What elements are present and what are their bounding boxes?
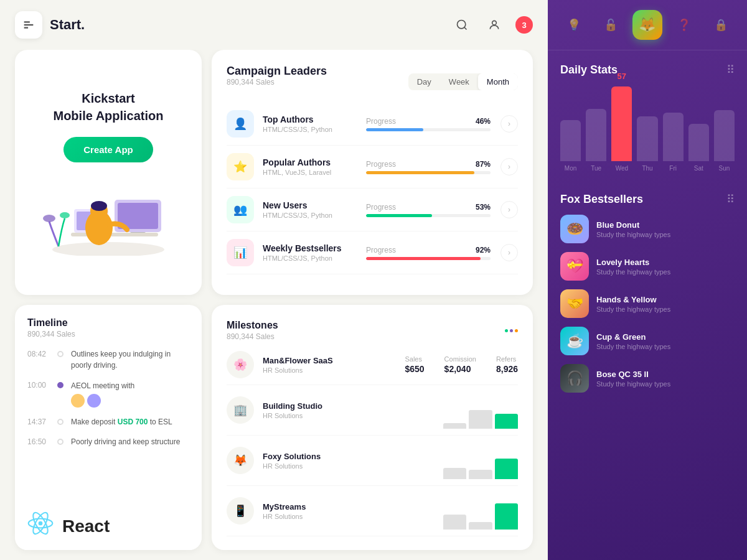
bs-name-1: Lovely Hearts — [596, 258, 735, 267]
leader-tags-3: HTML/CSS/JS, Python — [263, 254, 366, 262]
react-icon — [27, 510, 54, 543]
timeline-item-1: 08:42 Outlines keep you indulging in poo… — [27, 348, 189, 371]
illustration — [40, 175, 177, 256]
user-icon[interactable] — [483, 14, 505, 36]
search-icon[interactable] — [451, 14, 473, 36]
milestone-icon-1: 🏢 — [227, 396, 254, 424]
leader-row-0: 👤 Top Authors HTML/CSS/JS, Python Progre… — [227, 103, 518, 146]
svg-point-4 — [492, 21, 497, 25]
day-label-sun: Sun — [714, 165, 735, 172]
leader-name-3: Weekly Bestsellers — [263, 243, 366, 253]
bs-name-0: Blue Donut — [596, 220, 735, 230]
peak-label: 57 — [618, 72, 626, 81]
stat-bar-3[interactable] — [637, 116, 657, 161]
progress-section-3: Progress 92% — [366, 246, 491, 260]
bs-thumb-0: 🍩 — [560, 215, 589, 243]
bs-thumb-3: ☕ — [560, 327, 589, 355]
tab-week[interactable]: Week — [440, 73, 478, 90]
switcher-item-fox[interactable]: 🦊 — [632, 10, 662, 40]
notification-badge[interactable]: 3 — [515, 16, 533, 34]
timeline-card: Timeline 890,344 Sales 08:42 Outlines ke… — [15, 305, 202, 550]
milestone-sub-2: HR Solutions — [263, 462, 443, 470]
create-app-button[interactable]: Create App — [63, 137, 153, 162]
bs-thumb-2: 🤝 — [560, 289, 589, 318]
leader-chevron-1[interactable]: › — [500, 158, 518, 175]
milestone-sub-1: HR Solutions — [263, 412, 443, 419]
milestone-sub-3: HR Solutions — [263, 513, 443, 520]
bs-sub-0: Study the highway types — [596, 231, 735, 238]
bs-name-3: Cup & Green — [596, 332, 735, 342]
switcher-item-unlock[interactable]: 🔓 — [596, 10, 626, 40]
bestsellers-title: Fox Bestsellers — [560, 193, 643, 206]
bs-info-0: Blue Donut Study the highway types — [596, 220, 735, 238]
switcher-item-help[interactable]: ❓ — [669, 10, 699, 40]
progress-section-0: Progress 46% — [366, 117, 491, 131]
bestseller-item-0[interactable]: 🍩 Blue Donut Study the highway types — [560, 215, 735, 243]
milestones-container: 🌸 Man&Flower SaaS HR Solutions Sales $65… — [227, 345, 518, 536]
brand-name: Start. — [50, 17, 85, 33]
timeline-item-3: 14:37 Make deposit USD 700 to ESL — [27, 416, 189, 427]
progress-section-1: Progress 87% — [366, 160, 491, 174]
react-banner: React — [15, 503, 202, 550]
leader-row-2: 👥 New Users HTML/CSS/JS, Python Progress… — [227, 189, 518, 231]
leader-name-0: Top Authors — [263, 114, 366, 124]
stat-bar-2[interactable]: 57 — [611, 86, 632, 161]
milestones-subtitle: 890,344 Sales — [227, 332, 278, 341]
milestones-menu[interactable] — [505, 329, 518, 332]
leader-info-0: Top Authors HTML/CSS/JS, Python — [263, 114, 366, 133]
stat-bar-5[interactable] — [688, 124, 709, 161]
avatar-2 — [87, 394, 101, 408]
bestsellers: Fox Bestsellers ⠿ 🍩 Blue Donut Study the… — [548, 192, 747, 560]
switcher-item-lock[interactable]: 🔒 — [706, 10, 736, 40]
kickstart-title: Kickstart Mobile Application — [53, 90, 163, 124]
milestone-icon-2: 🦊 — [227, 447, 254, 474]
campaign-subtitle: 890,344 Sales — [227, 78, 327, 86]
progress-section-2: Progress 53% — [366, 203, 491, 217]
leader-chevron-0[interactable]: › — [500, 115, 518, 133]
stats-menu[interactable]: ⠿ — [726, 63, 735, 77]
campaign-card: Campaign Leaders 890,344 Sales Day Week … — [212, 50, 533, 295]
milestone-info-0: Man&Flower SaaS HR Solutions — [263, 356, 405, 374]
bestseller-item-3[interactable]: ☕ Cup & Green Study the highway types — [560, 327, 735, 355]
milestone-row-2: 🦊 Foxy Solutions HR Solutions — [227, 436, 518, 486]
bars-container: 57 — [560, 86, 735, 161]
tab-day[interactable]: Day — [408, 73, 440, 90]
bs-info-4: Bose QC 35 II Study the highway types — [596, 370, 735, 388]
leader-chevron-2[interactable]: › — [500, 201, 518, 218]
milestone-chart-2 — [443, 442, 518, 479]
campaign-title: Campaign Leaders — [227, 65, 327, 78]
tab-month[interactable]: Month — [478, 73, 518, 90]
progress-fill-1 — [366, 171, 474, 174]
leader-row-3: 📊 Weekly Bestsellers HTML/CSS/JS, Python… — [227, 231, 518, 274]
bs-thumb-1: 💝 — [560, 252, 589, 281]
leader-tags-0: HTML/CSS/JS, Python — [263, 126, 366, 133]
leader-chevron-3[interactable]: › — [500, 244, 518, 261]
kickstart-card: Kickstart Mobile Application Create App — [15, 50, 202, 295]
leader-icon-0: 👤 — [227, 110, 254, 138]
bs-sub-1: Study the highway types — [596, 268, 735, 276]
timeline-header: Timeline 890,344 Sales — [27, 317, 189, 338]
svg-point-5 — [52, 242, 164, 256]
days-row: MonTueWedThuFriSatSun — [560, 165, 735, 172]
bestseller-item-4[interactable]: 🎧 Bose QC 35 II Study the highway types — [560, 364, 735, 393]
milestone-icon-3: 📱 — [227, 497, 254, 525]
day-label-fri: Fri — [663, 165, 684, 172]
stat-bar-1[interactable] — [586, 109, 606, 161]
stat-bar-0[interactable] — [560, 120, 581, 161]
svg-rect-11 — [71, 233, 158, 236]
day-label-tue: Tue — [586, 165, 606, 172]
milestone-sub-0: HR Solutions — [263, 366, 405, 374]
milestone-info-1: Building Studio HR Solutions — [263, 401, 443, 419]
stat-bar-4[interactable] — [663, 113, 684, 161]
content-grid: Kickstart Mobile Application Create App — [0, 50, 548, 560]
bs-sub-4: Study the highway types — [596, 380, 735, 388]
bestsellers-menu[interactable]: ⠿ — [726, 192, 735, 206]
day-label-thu: Thu — [637, 165, 657, 172]
bestseller-item-1[interactable]: 💝 Lovely Hearts Study the highway types — [560, 252, 735, 281]
timeline-title: Timeline — [27, 317, 189, 329]
switcher-item-bulb[interactable]: 💡 — [559, 10, 589, 40]
tab-group: Day Week Month — [408, 73, 518, 90]
stat-bar-6[interactable] — [714, 110, 735, 161]
avatar-1 — [71, 394, 85, 408]
bestseller-item-2[interactable]: 🤝 Hands & Yellow Study the highway types — [560, 289, 735, 318]
